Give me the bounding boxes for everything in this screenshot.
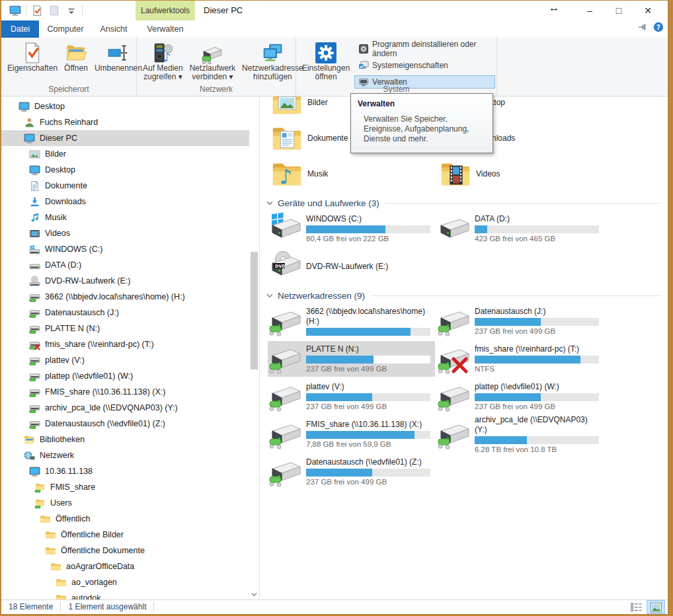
qat-properties-icon[interactable] [31,5,43,17]
drive-tile-name: fmis_share (\\reinhard-pc) (T:) [475,344,599,354]
sidebar-item[interactable]: FMIS_share (\\10.36.11.138) (X:) [1,384,249,400]
sidebar-item[interactable]: Dokumente [1,178,249,194]
scrollbar-thumb[interactable] [251,252,258,369]
ribbon-button[interactable]: ♪Auf Medienzugreifen ▾ [140,40,186,81]
folder-icon [56,593,67,600]
sidebar-item[interactable]: WINDOWS (C:) [1,241,249,257]
sidebar-item[interactable]: Desktop [1,98,249,114]
file-list-pane: BilderDesktopDokumenteDownloads♪MusikVid… [259,96,668,599]
section-header[interactable]: Netzwerkadressen (9) [265,289,661,302]
drive-tile-caption: 237 GB frei von 499 GB [475,402,599,411]
network-drive-icon [29,355,40,366]
sidebar-item[interactable]: Öffentlich [1,511,249,527]
sidebar-item[interactable]: PLATTE N (N:) [1,321,249,336]
drive-tile[interactable]: fmis_share (\\reinhard-pc) (T:)NTFS [436,341,604,377]
maximize-button[interactable]: □ [604,1,633,20]
sidebar-item[interactable]: FMIS_share [1,479,249,495]
ribbon-small-button[interactable]: Programm deinstallieren oder ändern [354,42,495,56]
documents-folder-icon [270,122,303,155]
chevron-down-icon [265,291,274,300]
tab-computer[interactable]: Computer [39,20,92,38]
sidebar-item[interactable]: DVD-RW-Laufwerk (E:) [1,273,249,289]
ribbon-button[interactable]: Einstellungenöffnen [299,40,352,81]
sidebar-item[interactable]: Downloads [1,194,249,210]
sidebar-item[interactable]: fmis_share (\\reinhard-pc) (T:) [1,336,249,352]
sidebar-item[interactable]: DATA (D:) [1,257,249,273]
libraries-icon [24,434,35,445]
minimize-button[interactable]: – [575,1,604,20]
sidebar-item[interactable]: Datenaustausch (J:) [1,305,249,321]
desktop-icon [29,165,40,176]
sidebar-item[interactable]: Users [1,495,249,511]
drive-tile[interactable]: archiv_pca_lde (\\EDVQNAP03) (Y:)6,28 TB… [436,416,604,452]
scrollbar-down-arrow-icon[interactable] [250,590,258,599]
qat-new-folder-icon[interactable] [48,5,60,17]
drive-icon [29,260,40,271]
ribbon-small-button[interactable]: Systemeigenschaften [354,59,495,72]
sidebar-item[interactable]: plattep (\\edvfile01) (W:) [1,368,249,384]
close-button[interactable]: ✕ [633,1,662,20]
sidebar-item[interactable]: 3662 (\\bbjedv.local\shares\home) (H:) [1,289,249,305]
sidebar-item[interactable]: autodok [1,590,249,599]
network-drive-icon [29,387,40,398]
drive-tile[interactable]: WINDOWS (C:)80,4 GB frei von 222 GB [268,211,435,247]
sidebar-item[interactable]: aoAgrarOfficeData [1,558,249,574]
sidebar-item-label: aoAgrarOfficeData [66,562,134,571]
svg-text:DVD: DVD [275,264,286,269]
sidebar-item[interactable]: ao_vorlagen [1,574,249,590]
ribbon-button[interactable]: Öffnen [61,40,91,73]
sidebar-item[interactable]: Öffentliche Dokumente [1,543,249,558]
sidebar-item[interactable]: Videos [1,225,249,241]
explorer-window: Laufwerktools Dieser PC ↔ – □ ✕ DateiCom… [1,1,668,614]
sidebar-item-label: PLATTE N (N:) [45,324,100,333]
ribbon-button[interactable]: Eigenschaften [5,40,60,73]
sidebar-item[interactable]: Bibliotheken [1,432,249,447]
tab-datei[interactable]: Datei [1,20,39,38]
drive-tile[interactable]: PLATTE N (N:)237 GB frei von 499 GB [268,341,435,377]
ribbon-button[interactable]: Netzlaufwerkverbinden ▾ [187,40,238,81]
sidebar-item[interactable]: archiv_pca_lde (\\EDVQNAP03) (Y:) [1,400,249,416]
section-header[interactable]: Geräte und Laufwerke (3) [265,196,661,210]
sidebar-item[interactable]: Bilder [1,146,249,162]
tab-verwalten[interactable]: Verwalten [136,20,195,38]
folder-icon [40,514,51,525]
drive-tile[interactable]: FMIS_share (\\10.36.11.138) (X:)7,88 GB … [268,416,435,452]
drive-tile[interactable]: plattep (\\edvfile01) (W:)237 GB frei vo… [436,379,604,414]
sidebar-item[interactable]: 10.36.11.138 [1,463,249,479]
drive-tile-name: DATA (D:) [475,214,599,224]
sidebar-item[interactable]: Musik [1,210,249,225]
thumbnail-view-button[interactable] [647,601,664,613]
section-title: Geräte und Laufwerke (3) [278,198,379,208]
drive-tile[interactable]: 3662 (\\bbjedv.local\shares\home) (H:) [268,303,435,339]
drive-tile-caption: 80,4 GB frei von 222 GB [306,234,430,243]
shared-folder-icon [34,482,46,493]
ribbon-tab-row: DateiComputerAnsichtVerwalten [1,20,668,38]
desktop-background: { "window": { "title": "Dieser PC", "bor… [0,0,673,616]
folder-tile[interactable]: Videos [436,157,604,191]
sidebar-item[interactable]: Netzwerk [1,447,249,463]
section-header-rule [385,203,661,204]
tab-ansicht[interactable]: Ansicht [92,20,136,38]
qat-customize-icon[interactable] [65,5,77,17]
sidebar-item[interactable]: Öffentliche Bilder [1,527,249,543]
sidebar-item[interactable]: Desktop [1,162,249,178]
ribbon-small-button-label: Programm deinstallieren oder ändern [372,40,491,58]
folder-tile[interactable]: ♪Musik [268,157,435,191]
sidebar-item[interactable]: plattev (V:) [1,352,249,368]
drive-tile[interactable]: plattev (V:)237 GB frei von 499 GB [268,379,435,414]
help-icon[interactable]: ? [653,22,664,32]
drive-tile[interactable]: Datenaustausch (J:)237 GB frei von 499 G… [436,303,604,339]
drive-tile[interactable]: DVDDVD-RW-Laufwerk (E:) [268,249,435,284]
details-view-button[interactable] [627,601,645,613]
pin-ribbon-icon[interactable] [637,22,648,32]
drive-tile[interactable]: DATA (D:)423 GB frei von 465 GB [436,211,604,247]
sidebar-item[interactable]: Fuchs Reinhard [1,114,249,130]
status-item-count: 18 Elemente [1,602,61,612]
sidebar-scrollbar[interactable] [250,96,258,599]
sidebar-item[interactable]: Datenaustausch (\\edvfile01) (Z:) [1,416,249,432]
drive-tile[interactable]: Datenaustausch (\\edvfile01) (Z:)237 GB … [268,454,435,490]
capacity-bar [306,328,430,336]
sidebar-item[interactable]: Dieser PC [1,130,249,146]
tooltip: Verwalten Verwalten Sie Speicher, Ereign… [350,93,493,153]
add-network-location-icon [261,42,284,64]
